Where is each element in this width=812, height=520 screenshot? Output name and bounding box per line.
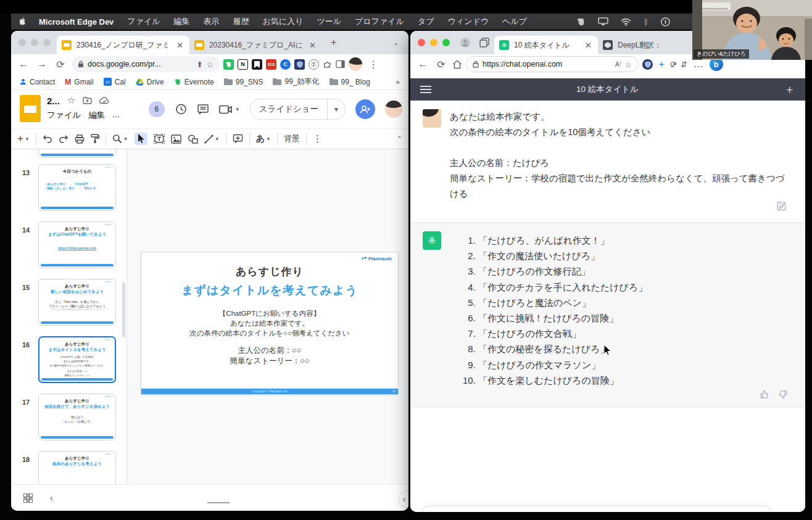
menu-tab[interactable]: タブ — [418, 16, 434, 27]
slideshow-label[interactable]: スライドショー — [251, 99, 328, 119]
browser-menu-icon[interactable]: ⋮ — [366, 59, 381, 70]
collections-add-icon[interactable]: ＋ — [657, 58, 666, 71]
bookmarks-overflow-chevron[interactable]: » — [396, 78, 400, 86]
wifi-status-icon[interactable] — [621, 18, 631, 26]
sidebar-menu-icon[interactable] — [420, 86, 431, 93]
forward-icon[interactable]: → — [35, 59, 49, 70]
thumbs-up-icon[interactable] — [760, 390, 769, 399]
slide-thumbnail-18[interactable]: あらすじ作り 絵本のあらすじを考えよう — [38, 451, 116, 484]
browser-tab-active[interactable]: ✳ 10 絵本タイトル ✕ — [494, 36, 598, 54]
browser-tab-active[interactable]: 230416_ノンプロ研_ファミプロ_ ✕ — [57, 36, 189, 54]
menu-edit[interactable]: 編集 — [174, 16, 190, 27]
address-bar[interactable]: https://chat.openai.com A⁾ ☆ — [466, 56, 639, 72]
share-button[interactable] — [355, 99, 375, 119]
slideshow-button[interactable]: スライドショー ▼ — [250, 99, 346, 120]
comments-icon[interactable] — [197, 104, 209, 115]
read-aloud-icon[interactable]: A⁾ — [615, 60, 621, 68]
text-box-tool[interactable] — [154, 134, 165, 144]
menu-history[interactable]: 履歴 — [233, 16, 249, 27]
extensions-puzzle-icon[interactable] — [323, 60, 332, 69]
address-bar[interactable]: docs.google.com/pr... ⬆ ☆ — [72, 56, 220, 72]
bookmark-folder-sns[interactable]: 99_SNS — [224, 78, 263, 86]
grid-view-icon[interactable] — [23, 493, 33, 503]
new-tab-button[interactable]: + — [331, 36, 337, 49]
account-avatar[interactable] — [385, 101, 402, 118]
version-history-icon[interactable] — [175, 103, 187, 115]
slide-filmstrip[interactable]: 13 今日つかうもの ・あらすじ作り → ChatGPT ・挿絵（さしえ）作り … — [11, 149, 127, 484]
reader-extension-icon[interactable] — [252, 59, 262, 70]
close-window-button[interactable] — [418, 39, 425, 46]
reload-icon[interactable]: ⟳ — [53, 59, 68, 70]
undo-icon[interactable] — [43, 134, 52, 143]
zoom-window-button[interactable] — [43, 39, 51, 46]
slide-canvas[interactable]: Plannauts あらすじ作り まずはタイトルを考えてみよう 【ChatGPT… — [127, 149, 408, 484]
favorite-star-icon[interactable]: ☆ — [207, 60, 213, 69]
onepassword-extension-icon[interactable]: ① — [309, 59, 319, 70]
menu-profiles[interactable]: プロファイル — [355, 16, 404, 27]
slide-thumbnail-15[interactable]: あらすじ作り 新しい会話をはじめてみよう 左上「New chat」を選んでから … — [38, 279, 116, 326]
zoom-window-button[interactable] — [442, 39, 450, 46]
regenerate-icon[interactable]: ⟳ — [784, 511, 794, 512]
menu-view[interactable]: 表示 — [204, 16, 220, 27]
onepassword-status-icon[interactable] — [661, 17, 670, 27]
tab-close-icon[interactable]: ✕ — [175, 41, 184, 50]
bluetooth-status-icon[interactable]: ᛒ — [644, 17, 648, 27]
menu-favorites[interactable]: お気に入り — [263, 16, 304, 27]
background-button[interactable]: 背景 — [284, 133, 300, 144]
shield-extension-icon[interactable] — [642, 59, 653, 70]
insert-line-tool[interactable]: ▼ — [204, 134, 220, 144]
menu-help[interactable]: ヘルプ — [502, 16, 527, 27]
back-icon[interactable]: ← — [415, 59, 430, 70]
bookmark-contact[interactable]: Contact — [20, 78, 55, 86]
favorite-star-icon[interactable]: ☆ — [625, 60, 632, 69]
tab-search-chevron-icon[interactable]: ⌄ — [393, 39, 399, 47]
bookmark-folder-blog[interactable]: 99_ Blog — [329, 78, 370, 86]
colorzilla-extension-icon[interactable]: C — [280, 59, 291, 70]
filmstrip-scrollbar[interactable] — [122, 282, 125, 337]
star-document-icon[interactable]: ☆ — [67, 95, 75, 106]
bookmark-gmail[interactable]: M Gmail — [65, 78, 93, 86]
browser-tab-inactive[interactable]: DeepL翻訳： — [598, 36, 673, 54]
display-status-icon[interactable] — [598, 17, 608, 26]
reload-icon[interactable]: ⟳ — [434, 59, 449, 70]
close-window-button[interactable] — [19, 39, 26, 46]
sidebar-toggle-icon[interactable] — [336, 60, 345, 68]
counter-extension-icon[interactable]: 608 — [266, 59, 276, 70]
slide-thumbnail-13[interactable]: 今日つかうもの ・あらすじ作り → ChatGPT ・挿絵（さしえ）作り → D… — [38, 164, 116, 211]
toolbar-more-icon[interactable]: ⋮ — [313, 133, 322, 144]
insert-shape-tool[interactable] — [188, 134, 198, 144]
furigana-tool[interactable]: あ▼ — [256, 133, 271, 144]
collapse-toolbar-chevron[interactable]: ⌃ — [397, 135, 402, 143]
select-cursor-tool[interactable] — [135, 133, 147, 145]
paint-format-icon[interactable] — [91, 134, 99, 144]
move-folder-icon[interactable] — [83, 97, 92, 104]
cloud-saved-icon[interactable] — [99, 97, 110, 104]
profile-icon[interactable] — [460, 37, 471, 48]
google-slides-logo[interactable] — [20, 95, 41, 122]
settings-more-icon[interactable]: … — [691, 59, 706, 70]
new-slide-button[interactable]: +▼ — [17, 133, 30, 145]
document-title[interactable]: 2... — [47, 96, 60, 106]
notion-extension-icon[interactable]: N — [238, 59, 248, 70]
share-page-icon[interactable]: ⬆ — [196, 60, 202, 69]
back-icon[interactable]: ← — [16, 59, 31, 70]
insert-comment-tool[interactable] — [233, 134, 243, 144]
bookmark-folder-kouritsu[interactable]: 99_効率化 — [273, 76, 319, 87]
tab-close-icon[interactable]: ✕ — [584, 41, 593, 50]
tab-close-icon[interactable]: ✕ — [308, 41, 317, 50]
profile-avatar[interactable] — [349, 57, 362, 71]
menubar-app-name[interactable]: Microsoft Edge Dev — [39, 17, 114, 27]
minimize-window-button[interactable] — [31, 39, 38, 46]
apple-menu-icon[interactable] — [20, 17, 28, 27]
edit-message-icon[interactable] — [777, 201, 787, 211]
current-slide[interactable]: Plannauts あらすじ作り まずはタイトルを考えてみよう 【ChatGPT… — [141, 252, 399, 395]
menu-edit[interactable]: 編集 — [88, 110, 105, 121]
shield-extension-icon[interactable] — [294, 59, 305, 70]
previous-slide-chevron[interactable]: ‹ — [50, 493, 53, 503]
menu-more[interactable]: ... — [112, 110, 119, 121]
slide-thumbnail-16-selected[interactable]: あらすじ作り まずはタイトルを考えてみよう 【ChatGPTにお願いする内容】 … — [38, 336, 116, 383]
notes-drag-handle[interactable] — [207, 502, 230, 503]
evernote-extension-icon[interactable] — [223, 59, 234, 70]
split-screen-icon[interactable]: ⟳̸ — [670, 60, 677, 69]
bookmark-drive[interactable]: Drive — [136, 78, 164, 86]
